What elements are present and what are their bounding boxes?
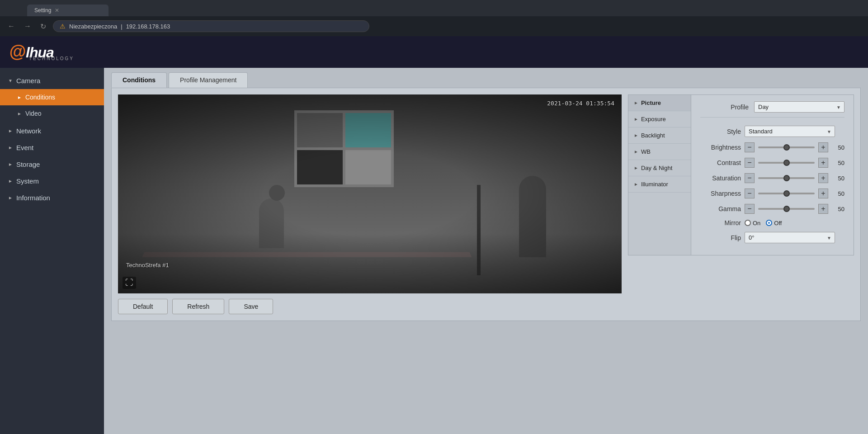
close-icon[interactable]: ✕ <box>55 7 59 14</box>
mirror-off-option[interactable]: Off <box>766 220 782 226</box>
mirror-radio-group: On Off <box>745 220 782 226</box>
contrast-plus[interactable]: + <box>818 158 828 168</box>
sidebar-information-group[interactable]: ► Information <box>0 189 104 206</box>
mirror-on-option[interactable]: On <box>745 220 760 226</box>
mirror-on-label: On <box>753 220 760 226</box>
flip-label: Flip <box>700 234 741 241</box>
saturation-label: Saturation <box>700 175 741 182</box>
mirror-off-label: Off <box>774 220 782 226</box>
settings-columns: ► Picture ► Exposure ► Backlight <box>628 94 854 255</box>
contrast-row: Contrast − + 50 <box>700 158 844 168</box>
gamma-track[interactable] <box>758 208 815 210</box>
tab-conditions[interactable]: Conditions <box>111 72 167 88</box>
tab-label: Setting <box>34 7 51 14</box>
tabs-row: Conditions Profile Management <box>111 72 861 88</box>
saturation-track[interactable] <box>758 177 815 179</box>
sidebar-storage-group[interactable]: ► Storage <box>0 156 104 173</box>
sidebar-item-conditions[interactable]: ► Conditions <box>0 89 104 105</box>
sharpness-thumb[interactable] <box>783 190 790 197</box>
sidebar-event-label: Event <box>16 144 33 151</box>
gamma-thumb[interactable] <box>783 206 790 212</box>
saturation-minus[interactable]: − <box>745 173 755 183</box>
camera-timestamp: 2021-03-24 01:35:54 <box>547 100 614 107</box>
profile-select[interactable]: Day Night Normal <box>754 101 844 113</box>
camera-controls: Default Refresh Save <box>118 299 622 314</box>
saturation-row: Saturation − + 50 <box>700 173 844 183</box>
backlight-arrow: ► <box>634 133 638 138</box>
gamma-row: Gamma − + 50 <box>700 204 844 214</box>
sidebar: ▼ Camera ► Conditions ► Video ► Network … <box>0 68 104 434</box>
forward-button[interactable]: → <box>22 21 33 31</box>
sharpness-track[interactable] <box>758 193 815 194</box>
save-button[interactable]: Save <box>229 299 273 314</box>
menu-item-wb[interactable]: ► WB <box>628 144 691 160</box>
brightness-track[interactable] <box>758 146 815 148</box>
wb-arrow: ► <box>634 149 638 154</box>
tab-profile-management[interactable]: Profile Management <box>169 72 248 88</box>
saturation-value: 50 <box>832 175 844 182</box>
sidebar-system-group[interactable]: ► System <box>0 173 104 189</box>
gamma-value: 50 <box>832 206 844 212</box>
back-button[interactable]: ← <box>5 21 17 31</box>
wb-label: WB <box>641 148 651 155</box>
address-bar[interactable]: ⚠ Niezabezpieczona | 192.168.178.163 <box>53 20 369 32</box>
menu-item-day-night[interactable]: ► Day & Night <box>628 160 691 176</box>
sidebar-network-group[interactable]: ► Network <box>0 123 104 139</box>
illuminator-arrow: ► <box>634 182 638 187</box>
mirror-on-radio[interactable] <box>745 220 751 226</box>
brightness-row: Brightness − + 50 <box>700 142 844 152</box>
browser-tab[interactable]: Setting ✕ <box>27 5 108 16</box>
scene-vignette <box>118 94 622 293</box>
brightness-minus[interactable]: − <box>745 142 755 152</box>
refresh-button[interactable]: Refresh <box>172 299 224 314</box>
sharpness-row: Sharpness − + 50 <box>700 189 844 198</box>
sidebar-network-label: Network <box>16 127 41 135</box>
sidebar-item-video[interactable]: ► Video <box>0 105 104 122</box>
illuminator-label: Illuminator <box>641 181 668 188</box>
sharpness-plus[interactable]: + <box>818 189 828 198</box>
sidebar-storage-label: Storage <box>16 160 40 168</box>
network-arrow-icon: ► <box>8 128 13 133</box>
day-night-arrow: ► <box>634 165 638 170</box>
brightness-thumb[interactable] <box>783 144 790 151</box>
exposure-arrow: ► <box>634 117 638 122</box>
menu-item-exposure[interactable]: ► Exposure <box>628 111 691 127</box>
sidebar-event-group[interactable]: ► Event <box>0 139 104 156</box>
sidebar-camera-group[interactable]: ▼ Camera <box>0 72 104 89</box>
logo-sub-text: TECHNOLOGY <box>29 57 74 61</box>
logo-area: @ lhua TECHNOLOGY <box>9 43 74 61</box>
camera-arrow-icon: ▼ <box>8 78 13 83</box>
brightness-label: Brightness <box>700 144 741 151</box>
mirror-off-radio[interactable] <box>766 220 772 226</box>
style-select[interactable]: Standard Vivid Soft <box>745 126 835 137</box>
address-separator: | <box>121 23 122 30</box>
menu-item-picture[interactable]: ► Picture <box>628 95 691 111</box>
content-panel: 2021-03-24 01:35:54 TechnoStrefa #1 ⛶ De… <box>111 88 861 321</box>
sharpness-minus[interactable]: − <box>745 189 755 198</box>
flip-select[interactable]: 0° 90° 180° 270° <box>745 232 835 243</box>
camera-feed: 2021-03-24 01:35:54 TechnoStrefa #1 ⛶ <box>118 94 622 293</box>
camera-scene: 2021-03-24 01:35:54 TechnoStrefa #1 ⛶ <box>118 94 622 293</box>
ip-address: 192.168.178.163 <box>126 23 170 30</box>
sidebar-system-label: System <box>16 177 39 185</box>
contrast-thumb[interactable] <box>783 160 790 166</box>
brightness-plus[interactable]: + <box>818 142 828 152</box>
video-arrow-icon: ► <box>17 111 22 116</box>
gamma-plus[interactable]: + <box>818 204 828 214</box>
sidebar-information-label: Information <box>16 194 50 202</box>
menu-item-backlight[interactable]: ► Backlight <box>628 127 691 144</box>
gamma-minus[interactable]: − <box>745 204 755 214</box>
menu-item-illuminator[interactable]: ► Illuminator <box>628 176 691 193</box>
fullscreen-icon[interactable]: ⛶ <box>123 277 136 289</box>
default-button[interactable]: Default <box>118 299 168 314</box>
contrast-track[interactable] <box>758 162 815 164</box>
saturation-plus[interactable]: + <box>818 173 828 183</box>
style-row: Style Standard Vivid Soft <box>700 126 844 137</box>
saturation-thumb[interactable] <box>783 175 790 181</box>
profile-label: Profile <box>712 104 749 111</box>
app-header: @ lhua TECHNOLOGY <box>0 36 868 68</box>
contrast-minus[interactable]: − <box>745 158 755 168</box>
contrast-label: Contrast <box>700 159 741 166</box>
profile-row: Profile Day Night Normal <box>700 101 844 118</box>
reload-button[interactable]: ↻ <box>38 21 48 32</box>
